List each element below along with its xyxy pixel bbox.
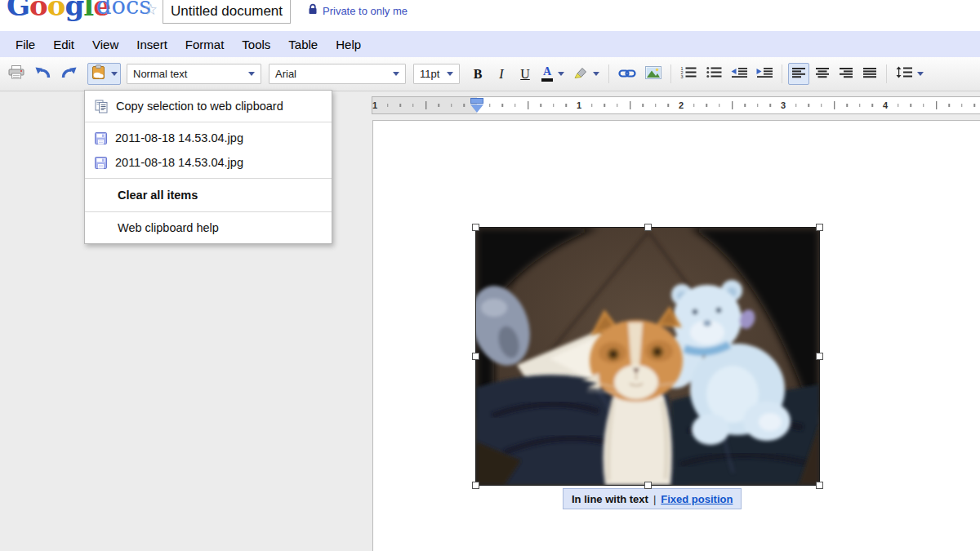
fixed-position-link[interactable]: Fixed position — [661, 493, 733, 505]
clipboard-files-group: 2011-08-18 14.53.04.jpg 2011-08-18 14.53… — [85, 122, 332, 179]
chevron-down-icon — [447, 72, 453, 76]
web-clipboard-icon — [91, 64, 106, 83]
resize-handle-bottom-left[interactable] — [472, 482, 479, 489]
ruler-number: 4 — [883, 100, 888, 110]
bold-button[interactable]: B — [467, 63, 488, 85]
ruler-tick — [400, 104, 402, 107]
ruler-tick — [872, 104, 874, 107]
resize-handle-top-right[interactable] — [816, 224, 823, 231]
document-title-input[interactable]: Untitled document — [163, 0, 291, 24]
first-line-indent-handle[interactable] — [470, 98, 483, 104]
ruler-tick — [630, 101, 631, 109]
web-clipboard-menu: Copy selection to web clipboard 2011-08-… — [84, 90, 332, 244]
menu-bar: File Edit View Insert Format Tools Table… — [0, 31, 980, 57]
insert-image-icon — [645, 66, 662, 82]
decrease-indent-button[interactable] — [728, 63, 751, 85]
resize-handle-middle-left[interactable] — [472, 353, 479, 360]
ruler-tick — [553, 104, 555, 107]
increase-indent-button[interactable] — [753, 63, 776, 85]
line-spacing-icon — [896, 66, 912, 82]
ruler-number: 1 — [372, 100, 377, 110]
indent-marker[interactable] — [470, 98, 484, 113]
resize-handle-top-middle[interactable] — [644, 224, 652, 231]
align-center-button[interactable] — [812, 63, 833, 85]
redo-button[interactable] — [57, 63, 82, 85]
chevron-down-icon — [558, 72, 564, 76]
underline-button[interactable]: U — [514, 63, 536, 85]
align-right-button[interactable] — [835, 63, 857, 85]
numbered-list-button[interactable]: 123 — [677, 63, 700, 85]
ruler-strip[interactable]: 11234 — [372, 96, 980, 114]
menu-help[interactable]: Help — [327, 33, 370, 56]
ruler-tick — [514, 104, 516, 107]
align-center-icon — [815, 67, 830, 82]
menu-tools[interactable]: Tools — [233, 33, 279, 56]
menu-file[interactable]: File — [7, 33, 44, 56]
ruler-tick — [412, 104, 414, 107]
web-clipboard-button[interactable] — [87, 63, 121, 85]
ruler-tick — [642, 104, 644, 107]
menu-table[interactable]: Table — [279, 33, 327, 56]
print-button[interactable] — [5, 63, 28, 85]
align-left-button[interactable] — [788, 63, 809, 85]
ruler-tick — [502, 104, 504, 107]
text-color-icon: A — [541, 66, 553, 82]
position-separator: | — [653, 493, 656, 505]
ruler-tick — [464, 104, 466, 107]
toolbar-separator — [782, 64, 782, 83]
text-color-button[interactable]: A — [538, 63, 568, 85]
toolbar: Normal text Arial 11pt B I U A 123 — [0, 57, 980, 91]
ruler-tick — [795, 104, 797, 107]
paragraph-style-select[interactable]: Normal text — [127, 64, 261, 84]
resize-handle-top-left[interactable] — [472, 224, 479, 231]
star-icon[interactable]: ☆ — [144, 0, 158, 19]
bullet-list-button[interactable] — [702, 63, 725, 85]
lock-icon — [308, 3, 318, 18]
cat-photo — [476, 228, 819, 485]
chevron-down-icon — [917, 72, 924, 76]
justify-button[interactable] — [859, 63, 880, 85]
menu-insert[interactable]: Insert — [127, 33, 176, 56]
copy-selection-menu-item[interactable]: Copy selection to web clipboard — [85, 91, 332, 122]
resize-handle-middle-right[interactable] — [816, 353, 823, 360]
left-indent-handle[interactable] — [470, 104, 483, 113]
ruler-tick — [757, 104, 759, 107]
menu-view[interactable]: View — [83, 33, 127, 56]
ruler-tick — [744, 104, 746, 107]
insert-image-button[interactable] — [642, 63, 665, 85]
web-clipboard-help-menu-item[interactable]: Web clipboard help — [85, 212, 332, 243]
ruler-tick — [859, 104, 861, 107]
highlight-color-button[interactable] — [570, 63, 603, 85]
selected-image[interactable] — [476, 228, 819, 485]
ruler-tick — [528, 101, 529, 109]
clear-all-items-menu-item[interactable]: Clear all items — [85, 179, 332, 212]
ruler-tick — [834, 101, 835, 109]
align-right-icon — [839, 67, 853, 82]
ruler-tick — [961, 104, 963, 107]
ruler-tick — [655, 104, 657, 107]
floppy-disk-icon — [95, 132, 107, 144]
inline-with-text-option[interactable]: In line with text — [572, 493, 648, 505]
svg-text:3: 3 — [681, 74, 684, 78]
ruler-tick — [770, 104, 772, 107]
undo-button[interactable] — [30, 63, 55, 85]
ruler-tick — [898, 104, 899, 107]
font-size-select[interactable]: 11pt — [413, 64, 460, 84]
font-family-select[interactable]: Arial — [269, 64, 406, 84]
menu-edit[interactable]: Edit — [44, 33, 83, 56]
web-clipboard-dropdown-arrow — [111, 72, 118, 76]
google-logo: Google — [7, 0, 110, 22]
line-spacing-button[interactable] — [893, 63, 927, 85]
ruler-tick — [387, 104, 389, 107]
clipboard-file-item[interactable]: 2011-08-18 14.53.04.jpg — [85, 126, 332, 150]
resize-handle-bottom-right[interactable] — [816, 482, 823, 489]
insert-link-button[interactable] — [615, 63, 639, 85]
clipboard-file-item[interactable]: 2011-08-18 14.53.04.jpg — [85, 150, 332, 175]
italic-button[interactable]: I — [491, 63, 512, 85]
ruler-number: 3 — [781, 100, 786, 110]
link-icon — [618, 67, 636, 82]
justify-icon — [862, 67, 877, 82]
menu-format[interactable]: Format — [176, 33, 234, 56]
toolbar-separator — [886, 64, 887, 83]
resize-handle-bottom-middle[interactable] — [644, 482, 652, 489]
